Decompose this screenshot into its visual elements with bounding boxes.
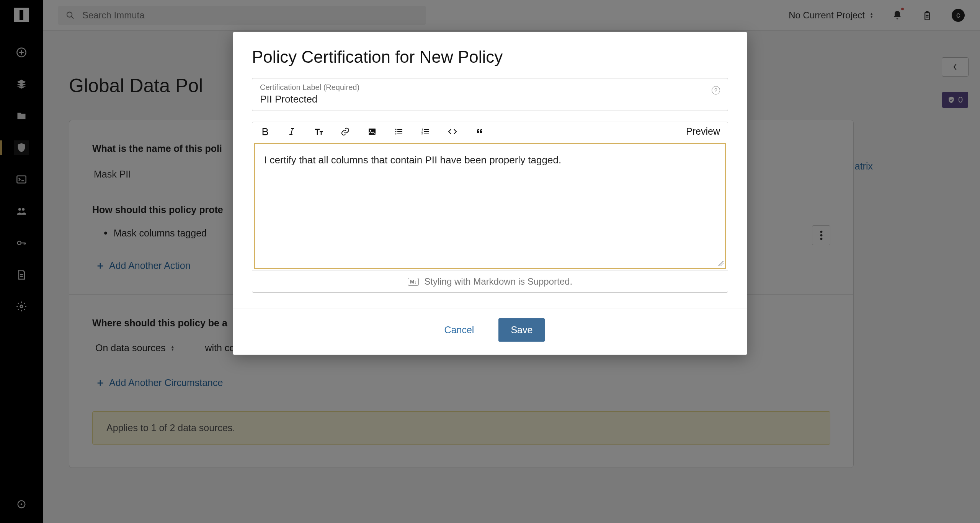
text-size-icon[interactable] [314, 127, 323, 137]
cancel-button[interactable]: Cancel [435, 318, 483, 342]
help-icon[interactable]: ? [712, 86, 720, 94]
modal-actions: Cancel Save [233, 308, 747, 355]
svg-point-14 [370, 130, 371, 131]
svg-point-16 [395, 131, 397, 132]
save-button[interactable]: Save [498, 318, 545, 342]
policy-certification-modal: Policy Certification for New Policy Cert… [233, 32, 747, 355]
modal-title: Policy Certification for New Policy [252, 47, 728, 67]
code-icon[interactable] [448, 127, 457, 137]
italic-icon[interactable] [287, 127, 297, 137]
image-icon[interactable] [367, 127, 377, 137]
markdown-hint: Styling with Markdown is Supported. [424, 276, 572, 287]
bullet-list-icon[interactable] [394, 127, 404, 137]
editor-wrap: 123 Preview I certify that all columns t… [252, 122, 728, 293]
cert-label-label: Certification Label (Required) [260, 83, 720, 92]
markdown-badge-icon: M↓ [408, 278, 419, 286]
editor-footer: M↓ Styling with Markdown is Supported. [252, 270, 728, 292]
svg-point-17 [395, 133, 397, 134]
quote-icon[interactable] [474, 127, 484, 137]
cert-description-textarea[interactable]: I certify that all columns that contain … [254, 143, 726, 269]
svg-rect-13 [369, 129, 376, 135]
link-icon[interactable] [340, 127, 350, 137]
bold-icon[interactable] [260, 127, 270, 137]
cert-label-field[interactable]: Certification Label (Required) ? [252, 78, 728, 111]
numbered-list-icon[interactable]: 123 [421, 127, 431, 137]
preview-toggle[interactable]: Preview [686, 126, 720, 137]
svg-point-15 [395, 129, 397, 130]
svg-text:3: 3 [421, 132, 423, 136]
editor-toolbar: 123 Preview [252, 122, 728, 141]
cert-label-input[interactable] [260, 93, 697, 105]
